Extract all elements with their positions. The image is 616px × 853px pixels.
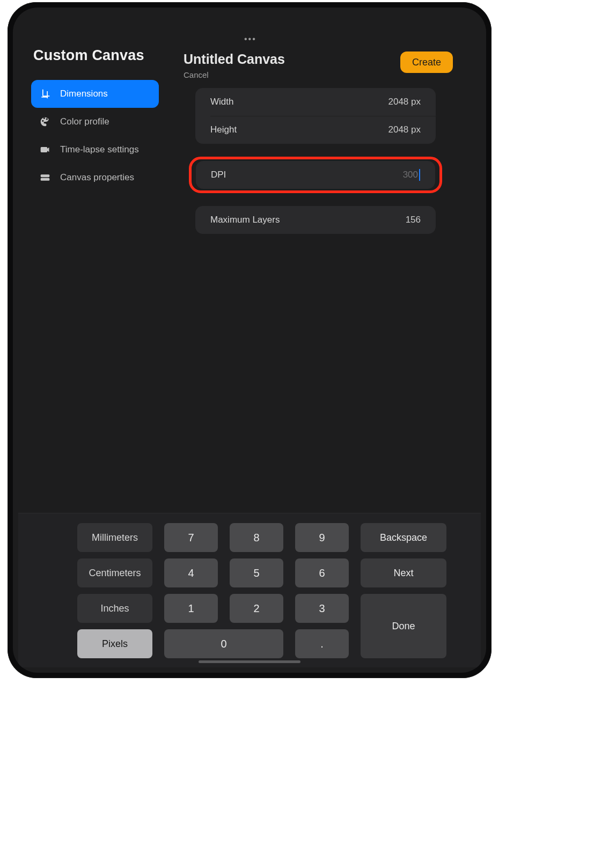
width-label: Width	[210, 97, 233, 107]
text-cursor	[419, 169, 420, 181]
unit-pixels-button[interactable]: Pixels	[77, 629, 152, 658]
sidebar-item-dimensions[interactable]: Dimensions	[31, 80, 159, 108]
decimal-key[interactable]: .	[295, 629, 349, 658]
digit-0-key[interactable]: 0	[164, 629, 283, 658]
screen: ••• Custom Canvas Dimensions Color profi…	[13, 8, 486, 673]
width-value: 2048 px	[388, 97, 421, 107]
device-frame: ••• Custom Canvas Dimensions Color profi…	[8, 2, 492, 678]
digit-4-key[interactable]: 4	[164, 558, 218, 587]
video-icon	[40, 144, 50, 155]
digit-1-key[interactable]: 1	[164, 594, 218, 623]
sidebar: Custom Canvas Dimensions Color profile T…	[31, 42, 159, 192]
size-group: Width 2048 px Height 2048 px	[195, 88, 436, 144]
width-row[interactable]: Width 2048 px	[195, 88, 436, 116]
max-layers-row: Maximum Layers 156	[195, 206, 436, 234]
digit-9-key[interactable]: 9	[295, 523, 349, 552]
dpi-label: DPI	[211, 170, 226, 180]
sidebar-item-label: Dimensions	[60, 89, 108, 99]
sidebar-item-canvas-properties[interactable]: Canvas properties	[31, 164, 159, 192]
max-layers-group: Maximum Layers 156	[195, 206, 436, 234]
menu-dots-icon[interactable]: •••	[244, 38, 255, 41]
unit-centimeters-button[interactable]: Centimeters	[77, 558, 152, 587]
height-label: Height	[210, 124, 237, 135]
digit-2-key[interactable]: 2	[230, 594, 283, 623]
digit-5-key[interactable]: 5	[230, 558, 283, 587]
properties-icon	[40, 172, 50, 183]
dpi-row[interactable]: DPI 300	[196, 161, 435, 189]
backspace-button[interactable]: Backspace	[361, 523, 446, 552]
unit-inches-button[interactable]: Inches	[77, 594, 152, 623]
sidebar-title: Custom Canvas	[33, 47, 159, 64]
sidebar-item-color-profile[interactable]: Color profile	[31, 108, 159, 136]
digit-8-key[interactable]: 8	[230, 523, 283, 552]
sidebar-item-label: Canvas properties	[60, 172, 134, 183]
done-button[interactable]: Done	[361, 594, 446, 658]
max-layers-value: 156	[406, 215, 421, 225]
max-layers-label: Maximum Layers	[210, 215, 280, 225]
dpi-input[interactable]: 300	[403, 169, 420, 181]
numeric-keyboard: Millimeters 7 8 9 Backspace Centimeters …	[18, 513, 481, 667]
dimensions-settings: Width 2048 px Height 2048 px DPI 300	[195, 88, 436, 247]
sidebar-item-label: Color profile	[60, 116, 109, 127]
palette-icon	[40, 116, 50, 127]
sidebar-item-label: Time-lapse settings	[60, 144, 139, 155]
next-button[interactable]: Next	[361, 558, 446, 587]
dpi-value: 300	[403, 170, 418, 180]
digit-7-key[interactable]: 7	[164, 523, 218, 552]
digit-3-key[interactable]: 3	[295, 594, 349, 623]
digit-6-key[interactable]: 6	[295, 558, 349, 587]
create-button[interactable]: Create	[400, 52, 453, 73]
height-row[interactable]: Height 2048 px	[195, 116, 436, 144]
sidebar-item-time-lapse[interactable]: Time-lapse settings	[31, 136, 159, 164]
main-header: Untitled Canvas Cancel Create	[184, 52, 453, 79]
unit-millimeters-button[interactable]: Millimeters	[77, 523, 152, 552]
height-value: 2048 px	[388, 124, 421, 135]
home-indicator[interactable]	[199, 660, 300, 663]
crop-icon	[40, 89, 50, 99]
dpi-row-highlight: DPI 300	[189, 157, 442, 193]
